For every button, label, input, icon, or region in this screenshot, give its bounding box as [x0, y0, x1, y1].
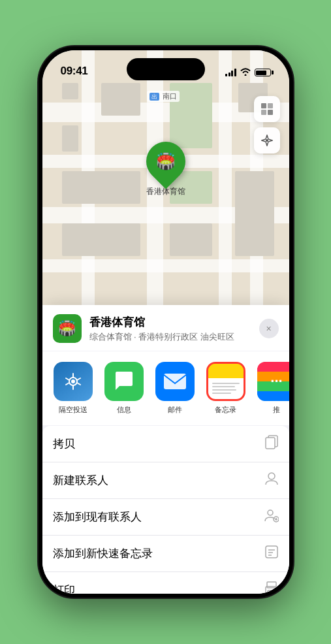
phone-screen: 09:41: [42, 50, 289, 594]
building-5: [62, 171, 140, 204]
building-1: [62, 83, 78, 99]
notes-lines: [208, 378, 244, 396]
menu-print[interactable]: 打印: [42, 572, 289, 594]
mail-icon: [155, 362, 195, 401]
menu-copy-label: 拷贝: [53, 436, 75, 451]
share-airdrop[interactable]: 隔空投送: [50, 362, 96, 415]
menu-list: 拷贝 新建联系人: [42, 426, 289, 594]
menu-print-label: 打印: [53, 583, 75, 594]
dynamic-island: [127, 58, 205, 80]
share-actions-row: 隔空投送 信息: [42, 351, 289, 425]
signal-bar-2: [229, 72, 230, 76]
location-pin: 🏟️ 香港体育馆: [146, 142, 185, 197]
quick-note-icon: [264, 545, 279, 562]
more-bot: [257, 391, 289, 401]
mail-label: 邮件: [168, 405, 182, 415]
svg-rect-1: [268, 103, 273, 108]
notes-line-1: [212, 383, 240, 384]
menu-quick-note-label: 添加到新快速备忘录: [53, 546, 153, 561]
map-type-button[interactable]: [254, 96, 280, 122]
building-8: [235, 171, 274, 256]
map-area[interactable]: 出 南口 🏟️ 香港体育馆: [42, 50, 289, 325]
message-label: 信息: [117, 405, 131, 415]
battery-icon: [255, 69, 271, 76]
signal-bar-1: [225, 74, 227, 76]
share-message[interactable]: 信息: [101, 362, 147, 415]
more-dots: ···: [270, 373, 282, 390]
signal-bar-3: [231, 71, 233, 76]
road-v3: [219, 50, 232, 325]
svg-point-11: [268, 510, 273, 515]
signal-bar-4: [234, 69, 236, 76]
menu-new-contact[interactable]: 新建联系人: [42, 462, 289, 499]
bottom-sheet: 🏟️ 香港体育馆 综合体育馆 · 香港特别行政区 油尖旺区 ×: [42, 305, 289, 594]
notes-line-4: [212, 393, 231, 394]
share-notes[interactable]: 备忘录: [203, 362, 249, 415]
airdrop-icon: [54, 362, 93, 401]
notes-line-3: [212, 389, 237, 391]
airdrop-label: 隔空投送: [59, 405, 87, 415]
more-icon: ···: [257, 362, 289, 401]
svg-point-10: [268, 473, 275, 479]
svg-point-22: [275, 588, 276, 590]
pin-circle: 🏟️: [138, 134, 193, 189]
building-7: [170, 223, 212, 256]
svg-point-6: [71, 379, 75, 383]
menu-add-contact-label: 添加到现有联系人: [53, 509, 142, 524]
status-icons: [225, 67, 271, 78]
svg-rect-2: [261, 110, 266, 115]
share-mail[interactable]: 邮件: [152, 362, 198, 415]
svg-rect-3: [268, 110, 273, 115]
building-2: [101, 83, 140, 116]
location-subtitle: 综合体育馆 · 香港特别行政区 油尖旺区: [89, 331, 259, 343]
menu-new-contact-label: 新建联系人: [53, 473, 108, 488]
map-label-text: 南口: [163, 92, 177, 100]
map-label-nankou: 出 南口: [147, 91, 180, 102]
message-icon: [104, 362, 144, 401]
map-view-control: [254, 96, 280, 122]
notes-label: 备忘录: [215, 405, 236, 415]
copy-icon: [264, 435, 279, 453]
map-location-control: [254, 127, 280, 153]
print-icon: [264, 581, 279, 594]
notes-icon: [206, 362, 245, 401]
svg-rect-9: [266, 438, 275, 449]
menu-add-contact[interactable]: 添加到现有联系人: [42, 499, 289, 536]
more-label: 推: [273, 405, 280, 415]
battery-fill: [256, 71, 266, 75]
status-time: 09:41: [61, 65, 88, 78]
svg-rect-15: [266, 546, 277, 558]
location-button[interactable]: [254, 127, 280, 153]
pin-inner-icon: 🏟️: [156, 152, 176, 170]
location-name: 香港体育馆: [89, 315, 259, 330]
signal-bars-icon: [225, 69, 236, 76]
svg-rect-0: [261, 103, 266, 108]
building-4: [62, 125, 78, 152]
phone-frame: 09:41: [39, 46, 293, 598]
menu-copy[interactable]: 拷贝: [42, 426, 289, 462]
wifi-icon: [240, 67, 251, 78]
svg-point-4: [266, 139, 268, 142]
building-6: [62, 223, 140, 256]
add-contact-icon: [264, 508, 279, 526]
menu-quick-note[interactable]: 添加到新快速备忘录: [42, 536, 289, 572]
notes-header: [208, 364, 244, 378]
location-icon: 🏟️: [53, 314, 82, 343]
location-header: 🏟️ 香港体育馆 综合体育馆 · 香港特别行政区 油尖旺区 ×: [42, 305, 289, 351]
more-top: [257, 362, 289, 372]
svg-rect-7: [164, 374, 186, 389]
location-info: 香港体育馆 综合体育馆 · 香港特别行政区 油尖旺区: [89, 315, 259, 343]
close-button[interactable]: ×: [259, 319, 279, 338]
share-more[interactable]: ··· 推: [254, 362, 289, 415]
new-contact-icon: [264, 472, 279, 489]
map-label-icon: 出: [150, 93, 159, 101]
notes-line-2: [212, 386, 236, 387]
